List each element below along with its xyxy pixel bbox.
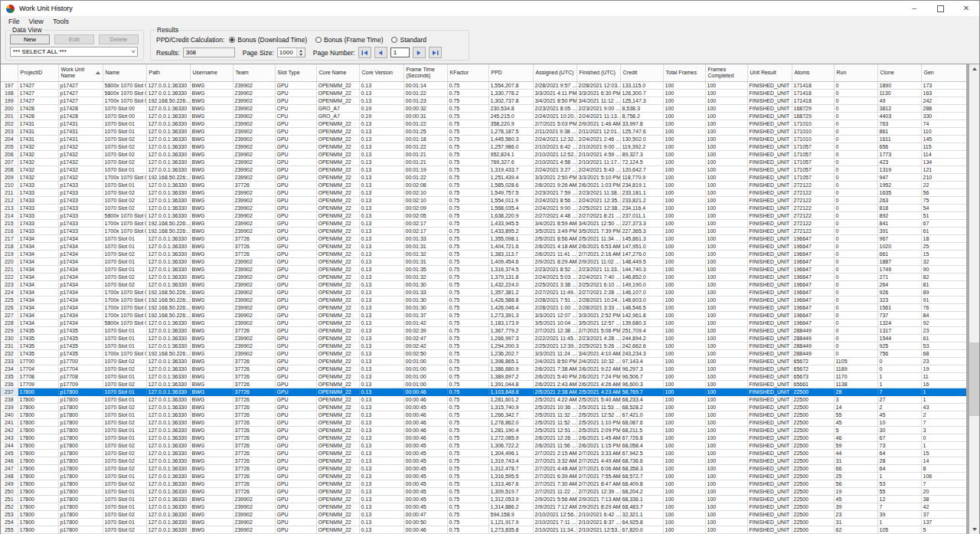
cell-ppd[interactable]: 1,257,986.0 [488,143,533,150]
cell-atoms[interactable]: 22500 [792,403,834,411]
cell-total_frames[interactable]: 100 [663,150,705,158]
cell-run[interactable]: 55 [834,411,877,418]
cell-core_version[interactable]: 0.13 [359,81,403,89]
cell-kfactor[interactable]: 0.75 [447,127,488,135]
cell-atoms[interactable]: 196647 [792,250,834,257]
cell-username[interactable]: BWG [190,418,233,426]
cell-total_frames[interactable]: 100 [663,395,705,403]
cell-gen[interactable]: 89 [921,288,967,296]
cell-project_id[interactable]: 17800 [18,426,58,434]
cell-team[interactable]: 37726 [233,480,275,487]
cell-team[interactable]: 37726 [233,457,275,464]
cell-path[interactable]: 127.0.0.1:36330 [146,319,190,326]
cell-gen[interactable]: 74 [921,120,967,127]
cell-name[interactable]: 1070 Slot 02 [103,480,146,487]
cell-clone[interactable]: 1 [877,380,921,388]
cell-ppd[interactable]: 1,433,895.2 [488,227,533,234]
cell-username[interactable]: BWG [190,112,233,120]
cell-team[interactable]: 239902 [233,334,275,342]
cell-run[interactable]: 39 [834,503,877,510]
cell-atoms[interactable]: 171418 [792,97,834,104]
cell-unit_result[interactable]: FINISHED_UNIT [747,296,792,303]
cell-ppd[interactable]: 1,432,224.0 [488,280,533,288]
cell-total_frames[interactable]: 100 [663,418,705,426]
cell-ppd[interactable]: 1,251,439.4 [488,173,533,181]
cell-clone[interactable]: 0 [877,357,921,365]
cell-frame_time[interactable]: 00:01:30 [403,280,447,288]
cell-name[interactable]: 1700x 1070 Slot 01 [103,288,146,296]
cell-finished[interactable]: 2/10/2021 9:00 ... [577,143,620,150]
cell-credit[interactable]: 234,116.4 [620,204,663,211]
cell-username[interactable]: BWG [190,495,233,503]
corner-header[interactable] [1,64,18,81]
row-header[interactable]: 250 [1,487,18,495]
cell-run[interactable]: 31 [834,518,877,526]
cell-name[interactable]: 1700x 1070 Slot 01 [103,173,146,181]
cell-credit[interactable]: 227,365.3 [620,227,663,234]
cell-atoms[interactable]: 171010 [792,127,834,135]
cell-finished[interactable]: 2/6/2021 1:45 AM [577,434,620,441]
cell-gen[interactable]: 11 [921,372,967,380]
cell-team[interactable]: 37726 [233,250,275,257]
cell-frames_completed[interactable]: 100 [705,480,747,487]
cell-gen[interactable]: 61 [921,227,967,234]
cell-credit[interactable]: 118,770.9 [620,173,663,181]
row-header[interactable]: 229 [1,326,18,334]
cell-assigned[interactable]: 2/23/2021 8:05 ... [533,104,577,112]
cell-work_unit_name[interactable]: p17431 [58,127,103,135]
cell-path[interactable]: 127.0.0.1:36330 [146,395,190,403]
cell-work_unit_name[interactable]: p17433 [58,196,103,204]
column-header-credit[interactable]: Credit [620,64,663,81]
cell-username[interactable]: BWG [190,97,233,104]
cell-assigned[interactable]: 2/27/2021 11:49... [533,288,577,296]
cell-unit_result[interactable]: FINISHED_UNIT [747,303,792,311]
row-header[interactable]: 230 [1,334,18,342]
cell-slot_type[interactable]: GPU [275,526,316,533]
cell-atoms[interactable]: 171057 [792,165,834,173]
cell-slot_type[interactable]: GPU [275,273,316,280]
cell-ppd[interactable]: 1,278,862.0 [488,418,533,426]
cell-team[interactable]: 239902 [233,495,275,503]
cell-assigned[interactable]: 2/7/2021 7:30 AM [533,480,577,487]
cell-frames_completed[interactable]: 100 [705,288,747,296]
row-header[interactable]: 232 [1,349,18,357]
cell-ppd[interactable]: 1,272,085.9 [488,434,533,441]
cell-assigned[interactable]: 2/28/2021 7:51 ... [533,296,577,303]
cell-team[interactable]: 239902 [233,227,275,234]
cell-path[interactable]: 192.168.50.226:... [146,219,190,227]
cell-clone[interactable]: 1 [877,518,921,526]
cell-slot_type[interactable]: GPU [275,97,316,104]
cell-clone[interactable]: 925 [877,342,921,349]
cell-run[interactable]: 0 [834,89,877,97]
cell-atoms[interactable]: 196647 [792,311,834,319]
cell-team[interactable]: 239902 [233,503,275,510]
row-header[interactable]: 245 [1,449,18,457]
cell-credit[interactable]: 68,058.4 [620,441,663,449]
cell-atoms[interactable]: 171057 [792,143,834,150]
cell-username[interactable]: BWG [190,204,233,211]
cell-username[interactable]: BWG [190,472,233,480]
cell-name[interactable]: 1070 Slot 02 [103,365,146,372]
cell-assigned[interactable]: 2/5/2021 10:36 ... [533,403,577,411]
cell-assigned[interactable]: 2/7/2021 6:39 AM [533,472,577,480]
cell-name[interactable]: 1070 Slot 01 [103,334,146,342]
cell-frame_time[interactable]: 00:00:45 [403,441,447,449]
row-header[interactable]: 224 [1,288,18,296]
cell-clone[interactable]: 3812 [877,104,921,112]
cell-core_name[interactable]: OPENMM_22 [316,288,359,296]
cell-frame_time[interactable]: 00:02:50 [403,349,447,357]
cell-team[interactable]: 239902 [233,165,275,173]
cell-core_version[interactable]: 0.13 [359,518,403,526]
cell-core_version[interactable]: 0.13 [359,342,403,349]
cell-name[interactable]: 1070 Slot 01 [103,257,146,265]
cell-team[interactable]: 239902 [233,342,275,349]
cell-finished[interactable]: 2/28/2021 3:33 ... [577,303,620,311]
cell-username[interactable]: BWG [190,165,233,173]
cell-run[interactable]: 0 [834,227,877,234]
cell-slot_type[interactable]: GPU [275,457,316,464]
cell-unit_result[interactable]: FINISHED_UNIT [747,495,792,503]
cell-slot_type[interactable]: GPU [275,265,316,273]
cell-total_frames[interactable]: 100 [663,127,705,135]
cell-slot_type[interactable]: GPU [275,311,316,319]
cell-username[interactable]: BWG [190,196,233,204]
